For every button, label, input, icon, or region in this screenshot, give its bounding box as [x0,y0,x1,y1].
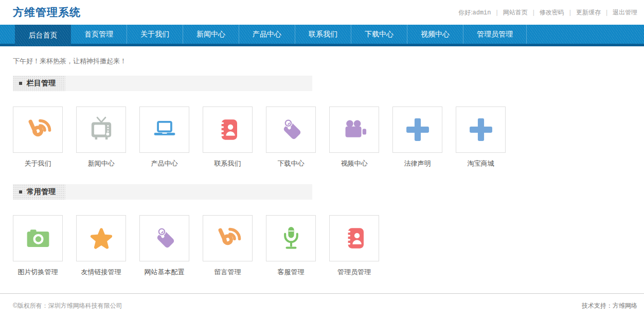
shortcut-taobao-mall: 淘宝商城 [456,107,506,168]
shortcut-card-news-center[interactable] [76,107,126,153]
user-greeting-prefix: 你好: [458,9,472,16]
separator: | [496,9,498,16]
shortcut-card-admins[interactable] [329,215,379,261]
section-title: 常用管理 [27,187,56,197]
shortcut-card-contact-us[interactable] [203,107,253,153]
copyright-text: ©版权所有：深圳方维网络科技有限公司 [13,302,122,310]
tag-icon [277,116,305,144]
user-greeting: 你好:admin [458,8,491,17]
site-home-link[interactable]: 网站首页 [503,8,528,17]
tech-support-text: 技术支持：方维网络 [582,302,637,310]
separator: | [606,9,607,16]
card-label: 客服管理 [278,268,305,276]
card-label: 淘宝商城 [468,160,494,168]
shortcut-download-center: 下载中心 [266,107,316,168]
card-label: 产品中心 [151,160,178,168]
header-links: 你好:admin |网站首页|修改密码|更新缓存|退出管理 [458,8,637,17]
shortcut-panels: 栏目管理关于我们新闻中心产品中心联系我们下载中心视频中心法律声明淘宝商城常用管理… [0,76,644,276]
blog-icon [24,116,52,144]
card-row: 图片切换管理友情链接管理网站基本配置留言管理客服管理管理员管理 [13,215,644,276]
mic-icon [277,224,305,252]
star-icon [87,224,115,252]
username: admin [472,9,491,16]
shortcut-image-slider: 图片切换管理 [13,215,63,276]
shortcut-legal-notice: 法律声明 [392,107,442,168]
nav-tab-video-center[interactable]: 视频中心 [407,25,463,44]
section-common-manage: 常用管理图片切换管理友情链接管理网站基本配置留言管理客服管理管理员管理 [0,184,644,276]
shortcut-card-product-center[interactable] [139,107,189,153]
page-footer: ©版权所有：深圳方维网络科技有限公司 技术支持：方维网络 [0,293,644,318]
nav-tab-download-center[interactable]: 下载中心 [351,25,407,44]
nav-tab-contact-us[interactable]: 联系我们 [295,25,351,44]
shortcut-video-center: 视频中心 [329,107,379,168]
nav-tab-homepage-manage[interactable]: 首页管理 [71,25,127,44]
card-label: 关于我们 [25,160,51,168]
separator: | [569,9,571,16]
blog-icon [214,224,242,252]
card-row: 关于我们新闻中心产品中心联系我们下载中心视频中心法律声明淘宝商城 [13,107,644,168]
shortcut-card-image-slider[interactable] [13,215,63,261]
card-label: 新闻中心 [88,160,115,168]
shortcut-card-customer-service[interactable] [266,215,316,261]
section-title: 栏目管理 [27,79,56,88]
laptop-icon [151,116,178,144]
shortcut-friend-links: 友情链接管理 [76,215,126,276]
tv-icon [87,116,115,144]
card-label: 网站基本配置 [145,268,185,276]
shortcut-card-video-center[interactable] [329,107,379,153]
bullet-icon [19,82,22,85]
shortcut-card-site-config[interactable] [139,215,189,261]
plus-icon [404,116,432,144]
shortcut-card-legal-notice[interactable] [392,107,442,153]
shortcut-site-config: 网站基本配置 [139,215,189,276]
shortcut-customer-service: 客服管理 [266,215,316,276]
plus-icon [467,116,495,144]
card-label: 留言管理 [214,268,241,276]
shortcut-card-messages[interactable] [203,215,253,261]
nav-tab-about-us[interactable]: 关于我们 [127,25,183,44]
shortcut-card-taobao-mall[interactable] [456,107,506,153]
shortcut-card-about-us[interactable] [13,107,63,153]
update-cache-link[interactable]: 更新缓存 [576,8,601,17]
shortcut-admins: 管理员管理 [329,215,379,276]
card-label: 下载中心 [278,160,305,168]
section-header-column-manage: 栏目管理 [13,76,312,91]
change-password-link[interactable]: 修改密码 [540,8,564,17]
card-label: 友情链接管理 [81,268,121,276]
card-label: 视频中心 [341,160,368,168]
card-label: 联系我们 [214,160,241,168]
contacts-icon [341,224,368,252]
main-nav: 后台首页首页管理关于我们新闻中心产品中心联系我们下载中心视频中心管理员管理 [0,25,644,46]
app-header: 方维管理系统 你好:admin |网站首页|修改密码|更新缓存|退出管理 [0,0,644,25]
page-title: 方维管理系统 [13,5,81,20]
shortcut-contact-us: 联系我们 [203,107,253,168]
shortcut-card-download-center[interactable] [266,107,316,153]
nav-tab-product-center[interactable]: 产品中心 [239,25,295,44]
bullet-icon [19,190,22,193]
nav-tab-news-center[interactable]: 新闻中心 [183,25,239,44]
shortcut-messages: 留言管理 [203,215,253,276]
shortcut-news-center: 新闻中心 [76,107,126,168]
shortcut-card-friend-links[interactable] [76,215,126,261]
section-column-manage: 栏目管理关于我们新闻中心产品中心联系我们下载中心视频中心法律声明淘宝商城 [0,76,644,168]
nav-tabs: 后台首页首页管理关于我们新闻中心产品中心联系我们下载中心视频中心管理员管理 [15,25,644,46]
card-label: 法律声明 [404,160,431,168]
camera-icon [24,224,52,252]
separator: | [533,9,534,16]
video-camera-icon [341,116,368,144]
logout-link[interactable]: 退出管理 [613,8,637,17]
card-label: 管理员管理 [337,268,371,276]
welcome-message: 下午好！来杯热茶，让精神抖擞起来！ [13,57,644,65]
nav-tab-admin-manage[interactable]: 管理员管理 [463,25,527,44]
card-label: 图片切换管理 [18,268,58,276]
nav-tab-backend-home[interactable]: 后台首页 [15,25,71,46]
shortcut-about-us: 关于我们 [13,107,63,168]
shortcut-product-center: 产品中心 [139,107,189,168]
tag-icon [151,224,178,252]
section-header-common-manage: 常用管理 [13,184,312,200]
contacts-icon [214,116,242,144]
